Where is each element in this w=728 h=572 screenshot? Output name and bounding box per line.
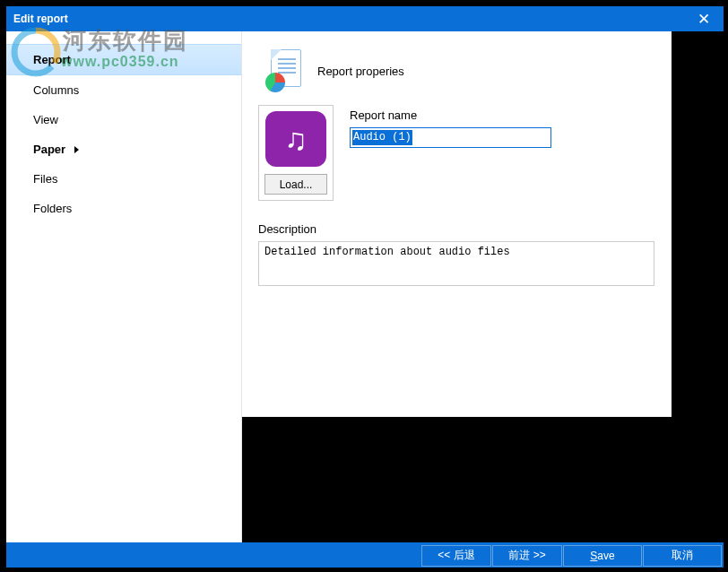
report-properties-icon — [265, 49, 305, 92]
sidebar-item-label: View — [33, 113, 58, 126]
chevron-right-icon — [74, 146, 79, 153]
sidebar-item-report[interactable]: Report — [6, 44, 241, 75]
cancel-button[interactable]: 取消 — [643, 545, 722, 567]
sidebar-item-columns[interactable]: Columns — [6, 75, 241, 105]
forward-button[interactable]: 前进 >> — [492, 545, 562, 567]
sidebar-item-label: Columns — [33, 83, 79, 97]
sidebar-item-label: Report — [33, 53, 71, 66]
icon-preview-box: Load... — [258, 105, 334, 201]
report-name-label: Report name — [350, 108, 655, 122]
description-label: Description — [258, 222, 655, 236]
dialog-window: Edit report ✕ Report Columns View Paper … — [6, 6, 724, 568]
music-note-icon — [265, 111, 326, 167]
panel-title: Report properies — [317, 65, 404, 78]
close-button[interactable]: ✕ — [684, 6, 724, 31]
sidebar-item-label: Files — [33, 172, 57, 186]
panel-header: Report properies — [258, 40, 655, 105]
save-button[interactable]: Save — [563, 545, 642, 567]
window-title: Edit report — [13, 13, 68, 25]
dialog-footer: << 后退 前进 >> Save 取消 — [6, 542, 724, 568]
sidebar-item-label: Paper — [33, 143, 65, 156]
titlebar: Edit report ✕ — [6, 6, 724, 31]
description-input[interactable] — [258, 241, 654, 286]
sidebar-item-view[interactable]: View — [6, 105, 241, 134]
content-panel: Report properies Load... Report name Aud… — [242, 31, 672, 417]
sidebar-item-label: Folders — [33, 202, 72, 215]
report-name-input[interactable] — [350, 127, 551, 148]
sidebar-item-folders[interactable]: Folders — [6, 194, 241, 223]
load-button[interactable]: Load... — [264, 174, 327, 195]
sidebar: Report Columns View Paper Files Folders — [6, 31, 242, 542]
back-button[interactable]: << 后退 — [421, 545, 491, 567]
sidebar-item-files[interactable]: Files — [6, 164, 241, 194]
sidebar-item-paper[interactable]: Paper — [6, 134, 241, 164]
content-wrap: Report properies Load... Report name Aud… — [242, 31, 724, 542]
